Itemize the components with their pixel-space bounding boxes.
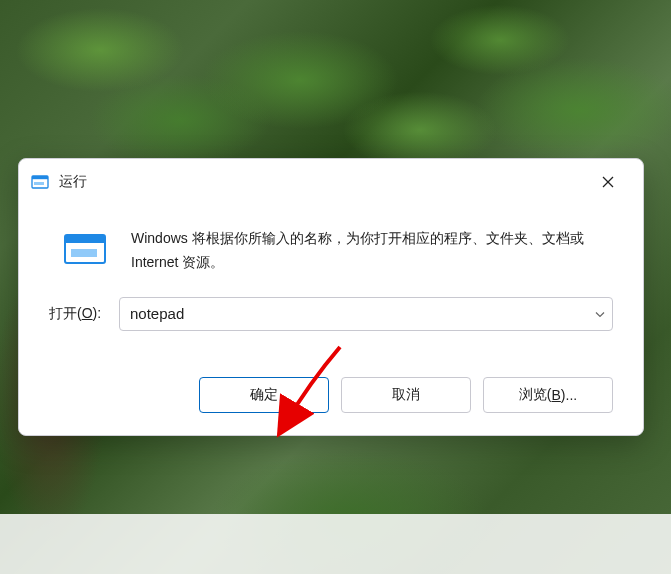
open-label: 打开(O):	[49, 305, 119, 323]
info-row: Windows 将根据你所输入的名称，为你打开相应的程序、文件夹、文档或 Int…	[49, 225, 613, 275]
dialog-body: Windows 将根据你所输入的名称，为你打开相应的程序、文件夹、文档或 Int…	[19, 205, 643, 353]
close-button[interactable]	[585, 164, 631, 200]
svg-rect-1	[32, 176, 48, 179]
desktop-background-bottom	[0, 514, 671, 574]
dialog-title: 运行	[59, 173, 585, 191]
run-title-icon	[31, 173, 49, 191]
svg-rect-7	[71, 249, 97, 257]
cancel-button[interactable]: 取消	[341, 377, 471, 413]
run-program-icon	[61, 225, 109, 273]
svg-rect-6	[65, 235, 105, 243]
open-input[interactable]	[119, 297, 613, 331]
titlebar: 运行	[19, 159, 643, 205]
open-row: 打开(O):	[49, 297, 613, 331]
ok-button[interactable]: 确定	[199, 377, 329, 413]
svg-rect-2	[34, 182, 44, 185]
browse-button[interactable]: 浏览(B)...	[483, 377, 613, 413]
dialog-description: Windows 将根据你所输入的名称，为你打开相应的程序、文件夹、文档或 Int…	[131, 225, 613, 275]
open-combobox[interactable]	[119, 297, 613, 331]
run-dialog: 运行 Windows 将根据你所输入的名称，为你打开相应的程序、文件夹、文档或 …	[18, 158, 644, 436]
button-row: 确定 取消 浏览(B)...	[19, 353, 643, 435]
